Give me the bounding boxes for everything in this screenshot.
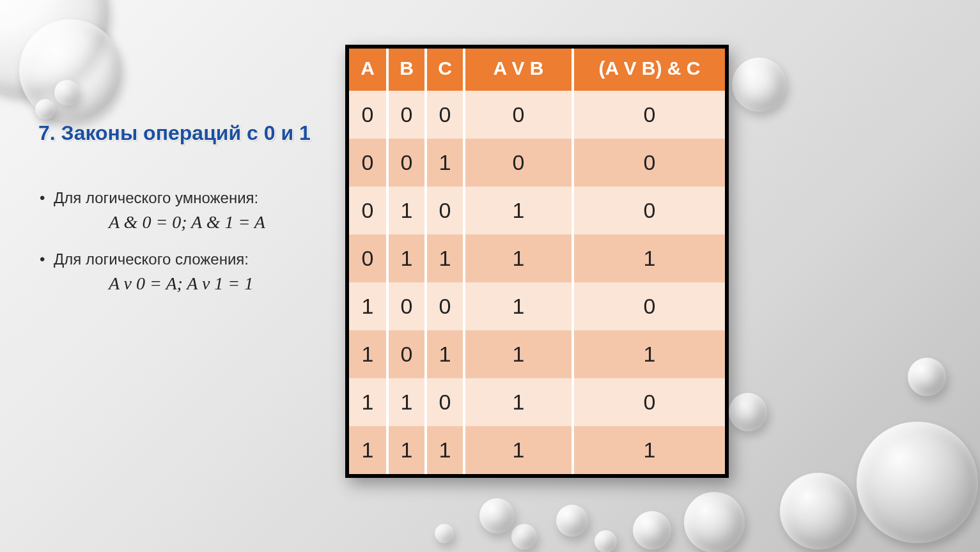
- bubble-decoration: [732, 57, 786, 112]
- table-header-cell: A V B: [464, 49, 573, 91]
- table-header-cell: B: [387, 49, 426, 91]
- table-cell: 1: [349, 426, 387, 474]
- table-cell: 1: [387, 234, 426, 282]
- table-header-cell: C: [426, 49, 464, 91]
- table-row: 11010: [349, 378, 725, 426]
- table-cell: 1: [387, 426, 426, 474]
- table-cell: 1: [464, 187, 573, 234]
- truth-table: A B C A V B (A V B) & C 0000000100010100…: [349, 49, 725, 474]
- table-cell: 0: [464, 91, 573, 139]
- table-cell: 1: [387, 378, 426, 426]
- table-cell: 0: [573, 378, 725, 426]
- table-cell: 1: [573, 426, 725, 474]
- bubble-decoration: [35, 99, 56, 119]
- table-row: 01111: [349, 234, 725, 282]
- bubble-decoration: [54, 80, 80, 105]
- table-cell: 1: [387, 187, 426, 234]
- formula-multiplication: A & 0 = 0; A & 1 = A: [38, 212, 313, 233]
- table-cell: 0: [573, 139, 725, 187]
- table-row: 01010: [349, 187, 725, 234]
- table-cell: 0: [387, 139, 426, 187]
- table-cell: 1: [464, 282, 573, 330]
- table-cell: 1: [464, 426, 573, 474]
- laws-text-block: 7. Законы операций с 0 и 1 Для логическо…: [38, 120, 313, 312]
- table-cell: 1: [573, 330, 725, 378]
- table-header-cell: A: [349, 49, 387, 91]
- table-cell: 0: [349, 187, 387, 234]
- bullet-multiplication-label: Для логического умножения:: [38, 189, 313, 207]
- bubble-decoration: [684, 492, 745, 552]
- table-cell: 0: [464, 139, 573, 187]
- section-heading: 7. Законы операций с 0 и 1: [38, 120, 313, 146]
- table-cell: 0: [426, 91, 464, 139]
- table-cell: 1: [349, 282, 387, 330]
- bubble-decoration: [857, 422, 978, 543]
- table-cell: 1: [426, 330, 464, 378]
- bubble-decoration: [780, 473, 857, 549]
- table-cell: 1: [426, 426, 464, 474]
- table-cell: 1: [464, 330, 573, 378]
- bubble-decoration: [595, 530, 617, 552]
- bullet-addition-label: Для логического сложения:: [38, 250, 313, 268]
- bubble-decoration: [511, 524, 537, 549]
- table-cell: 1: [426, 234, 464, 282]
- table-cell: 0: [387, 282, 426, 330]
- table-cell: 0: [349, 91, 387, 139]
- table-cell: 0: [573, 282, 725, 330]
- table-cell: 1: [573, 234, 725, 282]
- truth-table-container: A B C A V B (A V B) & C 0000000100010100…: [345, 45, 729, 478]
- table-row: 11111: [349, 426, 725, 474]
- table-header-cell: (A V B) & C: [573, 49, 725, 91]
- table-row: 10111: [349, 330, 725, 378]
- bubble-decoration: [633, 511, 671, 549]
- table-cell: 1: [464, 378, 573, 426]
- bubble-decoration: [556, 505, 588, 537]
- table-row: 00000: [349, 91, 725, 139]
- bubble-decoration: [729, 393, 767, 431]
- table-cell: 0: [426, 282, 464, 330]
- table-cell: 0: [387, 91, 426, 139]
- table-header-row: A B C A V B (A V B) & C: [349, 49, 725, 91]
- table-cell: 1: [349, 378, 387, 426]
- formula-addition: A v 0 = A; A v 1 = 1: [38, 273, 313, 294]
- table-cell: 0: [426, 378, 464, 426]
- table-cell: 0: [573, 91, 725, 139]
- table-cell: 0: [426, 187, 464, 234]
- bubble-decoration: [19, 19, 121, 121]
- bubble-decoration: [479, 498, 515, 533]
- table-cell: 1: [464, 234, 573, 282]
- table-cell: 1: [349, 330, 387, 378]
- bubble-decoration: [435, 524, 454, 543]
- table-cell: 0: [349, 139, 387, 187]
- bubble-decoration: [908, 358, 946, 396]
- table-cell: 0: [349, 234, 387, 282]
- table-cell: 0: [387, 330, 426, 378]
- table-row: 10010: [349, 282, 725, 330]
- table-cell: 1: [426, 139, 464, 187]
- table-row: 00100: [349, 139, 725, 187]
- table-cell: 0: [573, 187, 725, 234]
